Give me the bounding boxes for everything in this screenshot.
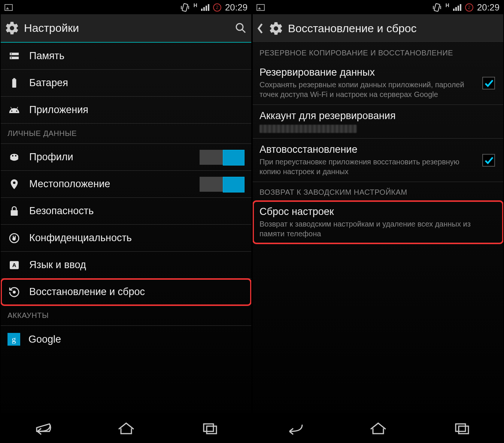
- item-title: Аккаунт для резервирования: [259, 110, 497, 122]
- section-header-backup: РЕЗЕРВНОЕ КОПИРОВАНИЕ И ВОССТАНОВЛЕНИЕ: [253, 43, 503, 61]
- settings-item-privacy[interactable]: Конфиденциальность: [1, 225, 251, 252]
- svg-point-5: [11, 57, 12, 58]
- item-title: Автовосстановление: [259, 144, 473, 155]
- nav-bar: [253, 413, 503, 442]
- network-type-icon: H: [446, 2, 449, 8]
- svg-rect-20: [459, 426, 468, 434]
- svg-rect-16: [204, 424, 213, 431]
- settings-item-backup-reset[interactable]: Восстановление и сброс: [1, 279, 251, 306]
- settings-list[interactable]: Память Батарея Приложения ЛИЧНЫЕ ДАННЫЕ …: [1, 43, 251, 413]
- nav-recent-button[interactable]: [439, 418, 484, 437]
- svg-rect-0: [182, 3, 188, 12]
- status-left: [256, 4, 265, 11]
- settings-item-label: Приложения: [29, 104, 88, 116]
- svg-rect-7: [13, 78, 15, 79]
- nav-home-button[interactable]: [104, 418, 149, 437]
- sim-number: 2: [216, 5, 219, 10]
- settings-item-label: Память: [29, 50, 64, 62]
- settings-item-security[interactable]: Безопасность: [1, 198, 251, 225]
- location-icon: [7, 177, 21, 191]
- signal-icon: [201, 4, 209, 11]
- phone-left: H 2 20:29 Настройки Память Батар: [0, 0, 252, 443]
- item-backup-account[interactable]: Аккаунт для резервирования: [253, 105, 503, 139]
- vibrate-icon: [180, 3, 190, 12]
- restore-icon: [7, 285, 21, 299]
- settings-item-label: Безопасность: [29, 205, 94, 217]
- svg-text:A: A: [12, 262, 16, 268]
- app-bar-title: Настройки: [24, 22, 79, 34]
- nav-back-button[interactable]: [20, 418, 65, 437]
- item-subtitle: Сохранять резервные копии данных приложе…: [259, 80, 473, 99]
- section-label: ЛИЧНЫЕ ДАННЫЕ: [7, 129, 77, 138]
- storage-icon: [7, 49, 21, 63]
- status-right: H 2 20:29: [180, 2, 248, 13]
- nav-recent-button[interactable]: [187, 418, 232, 437]
- section-label: АККАУНТЫ: [7, 311, 49, 320]
- section-header-factory: ВОЗВРАТ К ЗАВОДСКИМ НАСТРОЙКАМ: [253, 182, 503, 201]
- settings-gear-icon[interactable]: [268, 21, 283, 36]
- item-subtitle: При переустановке приложения восстановит…: [259, 157, 473, 176]
- screenshot-saved-icon: [256, 4, 265, 11]
- item-factory-reset[interactable]: Сброс настроек Возврат к заводским настр…: [253, 201, 503, 244]
- app-bar: Восстановление и сброс: [253, 14, 503, 43]
- settings-item-battery[interactable]: Батарея: [1, 70, 251, 97]
- language-icon: A: [7, 258, 21, 272]
- vibrate-icon: [432, 3, 442, 12]
- location-toggle[interactable]: [200, 177, 245, 192]
- settings-item-language[interactable]: A Язык и ввод: [1, 252, 251, 279]
- section-label: ВОЗВРАТ К ЗАВОДСКИМ НАСТРОЙКАМ: [259, 188, 407, 196]
- status-bar: H 2 20:29: [1, 1, 251, 14]
- profiles-toggle[interactable]: [200, 150, 245, 165]
- apps-icon: [7, 103, 21, 117]
- settings-item-label: Местоположение: [29, 178, 200, 190]
- item-backup-data[interactable]: Резервирование данных Сохранять резервны…: [253, 61, 503, 105]
- backup-reset-list[interactable]: РЕЗЕРВНОЕ КОПИРОВАНИЕ И ВОССТАНОВЛЕНИЕ Р…: [253, 43, 503, 413]
- svg-rect-17: [207, 426, 216, 434]
- sim-number: 2: [468, 5, 471, 10]
- auto-restore-checkbox[interactable]: [482, 154, 495, 167]
- svg-point-15: [13, 291, 15, 293]
- battery-icon: [7, 76, 21, 90]
- sim-slot-icon: 2: [465, 3, 473, 12]
- search-icon[interactable]: [234, 21, 248, 35]
- nav-bar: [1, 413, 251, 442]
- svg-rect-19: [456, 424, 465, 431]
- settings-item-profiles[interactable]: Профили: [1, 144, 251, 171]
- settings-item-label: Восстановление и сброс: [29, 286, 145, 298]
- settings-item-label: Батарея: [29, 77, 68, 89]
- nav-home-button[interactable]: [356, 418, 401, 437]
- google-icon: g: [7, 333, 20, 346]
- back-chevron-icon[interactable]: [256, 22, 264, 35]
- item-title: Резервирование данных: [259, 67, 473, 78]
- screenshot-saved-icon: [4, 4, 13, 11]
- section-header-personal: ЛИЧНЫЕ ДАННЫЕ: [1, 124, 251, 144]
- backup-data-checkbox[interactable]: [482, 77, 495, 89]
- settings-item-label: Конфиденциальность: [29, 232, 132, 244]
- redacted-account: [259, 125, 357, 133]
- sim-slot-icon: 2: [213, 3, 221, 12]
- svg-rect-18: [434, 3, 440, 12]
- svg-rect-11: [11, 210, 18, 216]
- profiles-icon: [7, 151, 21, 164]
- settings-item-label: Язык и ввод: [29, 259, 86, 271]
- svg-point-9: [12, 155, 13, 157]
- settings-item-memory[interactable]: Память: [1, 43, 251, 70]
- item-auto-restore[interactable]: Автовосстановление При переустановке при…: [253, 139, 503, 182]
- signal-icon: [453, 4, 461, 11]
- settings-item-location[interactable]: Местоположение: [1, 171, 251, 198]
- settings-item-label: Профили: [29, 151, 200, 163]
- svg-point-4: [11, 53, 12, 54]
- settings-item-label: Google: [28, 334, 61, 345]
- status-left: [4, 4, 13, 11]
- hand-icon: [7, 231, 21, 245]
- network-type-icon: H: [194, 2, 197, 8]
- svg-point-10: [15, 155, 16, 157]
- settings-gear-icon[interactable]: [4, 21, 19, 36]
- nav-back-button[interactable]: [272, 418, 317, 437]
- app-bar-title: Восстановление и сброс: [288, 22, 416, 35]
- settings-item-apps[interactable]: Приложения: [1, 97, 251, 124]
- settings-item-google[interactable]: g Google: [1, 326, 251, 353]
- svg-point-1: [236, 24, 243, 30]
- section-label: РЕЗЕРВНОЕ КОПИРОВАНИЕ И ВОССТАНОВЛЕНИЕ: [259, 49, 453, 57]
- item-title: Сброс настроек: [259, 206, 497, 218]
